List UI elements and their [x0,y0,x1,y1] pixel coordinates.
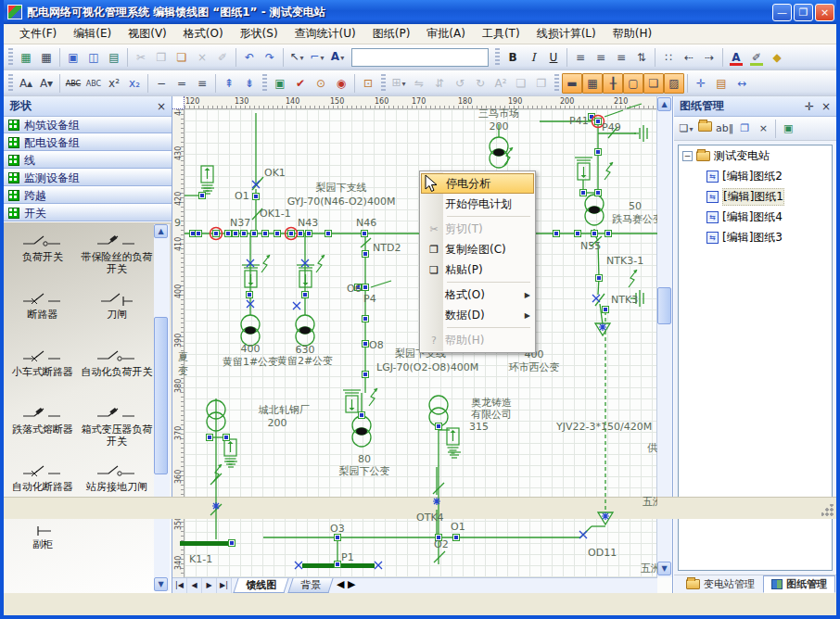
rotate-right-icon[interactable]: ↻ [470,73,490,94]
diagram-view-icon[interactable]: ▣ [270,73,290,94]
context-menu-item-format[interactable]: 格式(O)▶ [421,284,534,305]
shape-item-aux-cabinet[interactable]: 副柜 [6,515,80,573]
menu-item-format[interactable]: 格式(O) [175,24,232,44]
menu-item-tools[interactable]: 工具(T) [474,24,528,44]
panel-tab-station-manager[interactable]: 变电站管理 [678,575,763,593]
scrollbar-thumb[interactable] [657,287,671,324]
context-menu-item-start-outage-plan[interactable]: 开始停电计划 [421,194,534,214]
new-feeder-drawing-icon[interactable]: ▦ [16,47,36,68]
drawings-panel-close-icon[interactable]: × [821,100,831,113]
shape-item-box-transformer-load-switch[interactable]: 箱式变压器负荷开关 [80,400,154,458]
properties-icon[interactable]: ▤ [711,73,732,94]
next-sheet-icon[interactable]: ▶ [202,578,217,593]
menu-item-file[interactable]: 文件(F) [11,24,65,44]
pan-zoom-icon[interactable]: ✛ [691,73,711,94]
decrease-font-icon[interactable]: A▾ [36,73,57,94]
menu-item-shape[interactable]: 形状(S) [232,24,286,44]
previous-sheet-icon[interactable]: ◀ [187,578,202,593]
menu-item-line-loss[interactable]: 线损计算(L) [528,24,605,44]
query-document-icon[interactable]: ⊙ [311,73,331,94]
guides-toggle-icon[interactable]: ╂ [603,73,623,94]
shape-item-fused-load-switch[interactable]: 带保险丝的负荷开关 [80,228,154,285]
context-menu-item-help[interactable]: ?帮助(H) [421,330,534,350]
vertical-text-icon[interactable]: ⇅ [631,47,652,68]
delete-drawing-icon[interactable]: × [754,120,772,138]
font-color-icon[interactable]: A [726,47,746,68]
paste-icon[interactable]: ❏ [172,47,192,68]
statistics-table-icon[interactable]: ▦ [36,47,57,68]
align-left-icon[interactable]: ≡ [570,47,591,68]
context-menu-item-copy-drawing[interactable]: ❐复制绘图(C) [421,239,534,259]
increase-indent-icon[interactable]: ⇢ [699,47,719,68]
context-menu-item-paste[interactable]: ❏粘贴(P) [421,259,534,280]
shape-group-distribution-devices[interactable]: 配电设备组 [4,134,172,152]
scroll-down-icon[interactable]: ▼ [657,562,671,575]
edit-document-icon[interactable]: ⊡ [358,73,378,94]
resize-grip[interactable] [821,504,834,517]
undo-icon[interactable]: ↶ [239,47,260,68]
menu-item-drawing[interactable]: 图纸(P) [364,24,419,44]
shape-group-lines[interactable]: 线 [4,152,172,170]
last-sheet-icon[interactable]: ▶| [217,578,232,593]
minimize-button[interactable]: — [772,4,792,21]
copy-icon[interactable]: ❐ [151,47,172,68]
grid-toggle-icon[interactable]: ▦ [582,73,603,94]
tree-node-drawing-3[interactable]: ⇆[编辑]图纸4 [679,207,832,227]
bring-forward-icon[interactable]: ❏ [511,73,531,94]
tab-background[interactable]: 背景 [287,578,333,593]
collapse-icon[interactable]: − [682,151,693,161]
page-breaks-toggle-icon[interactable]: ❏ [643,73,664,94]
underline-icon[interactable]: U [543,47,564,68]
glue-points-toggle-icon[interactable]: ▢ [623,73,643,94]
pointer-tool-icon[interactable]: ↖▾ [286,47,307,68]
context-menu-item-cut[interactable]: ✂剪切(T) [421,219,534,239]
print-preview-icon[interactable]: ◫ [83,47,104,68]
subscript-icon[interactable]: x₂ [124,73,145,94]
shape-item-load-switch[interactable]: 负荷开关 [6,228,80,285]
new-drawing-icon[interactable]: ❏▾ [677,120,695,138]
decrease-paragraph-spacing-icon[interactable]: ⇟ [239,73,260,94]
scroll-left-icon[interactable]: ◀ [337,578,344,590]
scroll-up-icon[interactable]: ▲ [154,224,168,238]
scrollbar-thumb[interactable] [154,317,168,474]
increase-font-icon[interactable]: A▴ [16,73,36,94]
connector-tool-icon[interactable]: ⌐▾ [307,47,327,68]
shapes-panel-close-icon[interactable]: × [157,100,166,113]
increase-paragraph-spacing-icon[interactable]: ⇞ [219,73,239,94]
copy-drawing-icon[interactable]: ❐ [735,120,754,138]
toolbar-grip[interactable] [381,74,386,93]
menu-item-approval[interactable]: 审批(A) [418,24,474,44]
line-spacing-15-icon[interactable]: = [172,73,192,94]
tree-node-drawing-4[interactable]: ⇆[编辑]图纸3 [679,227,832,247]
strikethrough-icon[interactable]: ABC [63,73,83,94]
shape-group-crossings[interactable]: 跨越 [4,187,172,205]
shapes-scrollbar[interactable]: ▲ ▼ [154,224,170,591]
ruler-toggle-icon[interactable]: ▬ [562,73,582,94]
plain-text-icon[interactable]: ABC [83,73,104,94]
canvas-horizontal-scrollbar[interactable]: ◀ ▶ [337,578,657,593]
scroll-up-icon[interactable]: ▲ [657,97,671,111]
menu-item-query-stats[interactable]: 查询统计(U) [286,24,364,44]
fill-color-icon[interactable]: ◆ [767,47,787,68]
decrease-indent-icon[interactable]: ⇠ [679,47,699,68]
save-icon[interactable]: ▣ [63,47,83,68]
menu-item-edit[interactable]: 编辑(E) [65,24,120,44]
first-sheet-icon[interactable]: |◀ [172,578,187,593]
highlight-color-icon[interactable]: ✐ [746,47,767,68]
color-scheme-toggle-icon[interactable]: ▨ [664,73,684,94]
shape-item-dropout-fuse[interactable]: 跌落式熔断器 [6,400,80,458]
station-sync-icon[interactable]: ▣ [779,120,797,138]
font-combo[interactable] [351,48,489,67]
shape-group-switches[interactable]: 开关 [4,205,172,222]
toolbar-grip[interactable] [8,74,13,93]
flip-horizontal-icon[interactable]: ⇋ [409,73,429,94]
panel-tab-drawing-manager[interactable]: 图纸管理 [763,575,835,593]
line-spacing-single-icon[interactable]: − [151,73,172,94]
stamp-icon[interactable]: ◉ [331,73,351,94]
shape-font-icon[interactable]: A² [490,73,511,94]
align-shapes-icon[interactable]: ⊞▾ [388,73,409,94]
shape-item-knife-switch[interactable]: 刀闸 [80,285,154,343]
shape-item-breaker[interactable]: 断路器 [6,285,80,343]
approve-check-icon[interactable]: ✔ [290,73,311,94]
connector-route-icon[interactable]: ↔ [732,73,752,94]
